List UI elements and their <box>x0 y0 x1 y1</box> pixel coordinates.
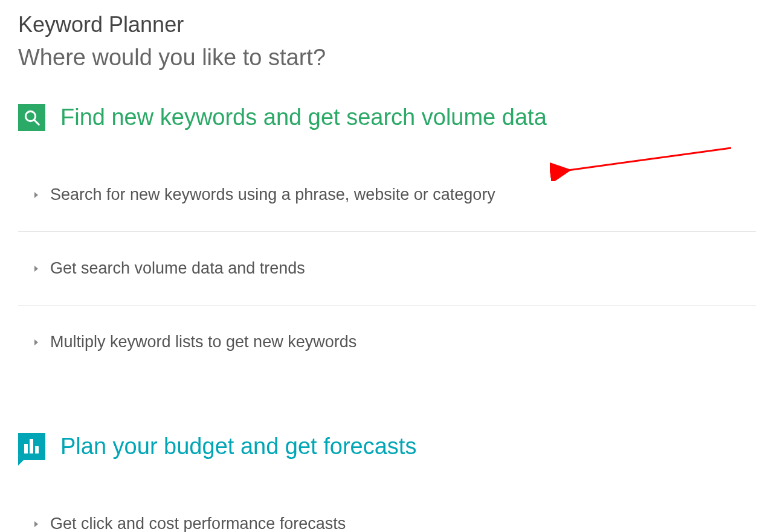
caret-right-icon <box>33 520 39 528</box>
svg-line-1 <box>34 120 39 124</box>
svg-rect-4 <box>24 444 28 453</box>
section-find-keywords: Find new keywords and get search volume … <box>18 104 756 379</box>
search-icon <box>18 104 45 131</box>
option-label: Search for new keywords using a phrase, … <box>50 185 495 204</box>
option-click-cost-forecasts[interactable]: Get click and cost performance forecasts <box>18 487 756 532</box>
option-label: Get click and cost performance forecasts <box>50 514 346 532</box>
page-subtitle: Where would you like to start? <box>18 45 756 71</box>
section-header: Find new keywords and get search volume … <box>18 104 756 131</box>
option-search-new-keywords[interactable]: Search for new keywords using a phrase, … <box>18 158 756 232</box>
section-header: Plan your budget and get forecasts <box>18 433 756 460</box>
option-label: Get search volume data and trends <box>50 259 305 278</box>
option-search-volume-trends[interactable]: Get search volume data and trends <box>18 232 756 306</box>
section-title: Find new keywords and get search volume … <box>60 104 547 130</box>
option-multiply-keyword-lists[interactable]: Multiply keyword lists to get new keywor… <box>18 306 756 379</box>
section-plan-budget: Plan your budget and get forecasts Get c… <box>18 433 756 532</box>
svg-rect-5 <box>30 439 33 453</box>
svg-rect-6 <box>35 446 39 453</box>
annotation-arrow <box>550 145 731 181</box>
section-title: Plan your budget and get forecasts <box>60 434 416 460</box>
page-title: Keyword Planner <box>18 12 756 37</box>
caret-right-icon <box>33 191 39 199</box>
bar-chart-icon <box>18 433 45 460</box>
svg-line-2 <box>568 148 731 170</box>
caret-right-icon <box>33 338 39 347</box>
option-label: Multiply keyword lists to get new keywor… <box>50 333 356 351</box>
caret-right-icon <box>33 264 39 273</box>
